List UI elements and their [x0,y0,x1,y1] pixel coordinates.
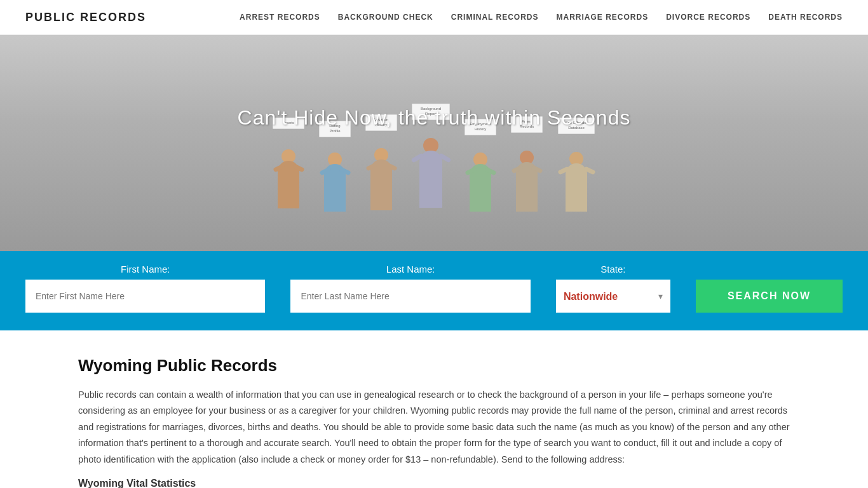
last-name-input[interactable] [290,280,530,313]
search-bar: First Name: Last Name: State: Nationwide… [0,251,868,330]
state-select[interactable]: Nationwide Alabama Alaska Arizona Arkans… [564,291,653,302]
first-name-label: First Name: [25,264,265,274]
dropdown-arrow-icon: ▾ [658,291,663,301]
nav-criminal-records[interactable]: CRIMINAL RECORDS [451,13,539,22]
first-name-input[interactable] [25,280,265,313]
main-content: Wyoming Public Records Public records ca… [53,330,815,488]
hero-title: Can't Hide Now, the truth within Seconds [238,106,631,130]
nav-background-check[interactable]: BACKGROUND CHECK [338,13,433,22]
nav-arrest-records[interactable]: ARREST RECORDS [240,13,320,22]
figure-5: EmploymentHistory [460,111,501,251]
nav-death-records[interactable]: DEATH RECORDS [768,13,843,22]
search-now-button[interactable]: SEARCH NOW [696,280,843,313]
nav-divorce-records[interactable]: DIVORCE RECORDS [666,13,750,22]
first-name-field: First Name: [25,264,278,313]
page-heading: Wyoming Public Records [78,356,790,376]
figure-1: Assets [268,111,309,251]
figure-6: ArrestRecords [506,111,548,251]
last-name-label: Last Name: [290,264,530,274]
last-name-field: Last Name: [278,264,543,313]
content-subheading: Wyoming Vital Statistics [78,478,790,488]
figure-7: Sex OffenderDatabase [553,111,600,251]
main-nav: ARREST RECORDS BACKGROUND CHECK CRIMINAL… [240,13,843,22]
figure-2: DatingProfile [315,111,356,251]
nav-marriage-records[interactable]: MARRIAGE RECORDS [557,13,649,22]
state-select-wrap: Nationwide Alabama Alaska Arizona Arkans… [556,280,670,313]
figure-3: LocationHistory [361,111,402,251]
content-paragraph: Public records can contain a wealth of i… [78,387,790,468]
state-field: State: Nationwide Alabama Alaska Arizona… [543,264,683,313]
state-label: State: [556,264,670,274]
site-logo: PUBLIC RECORDS [25,11,146,24]
hero-section: Assets DatingProfile LocationHistory [0,35,868,251]
